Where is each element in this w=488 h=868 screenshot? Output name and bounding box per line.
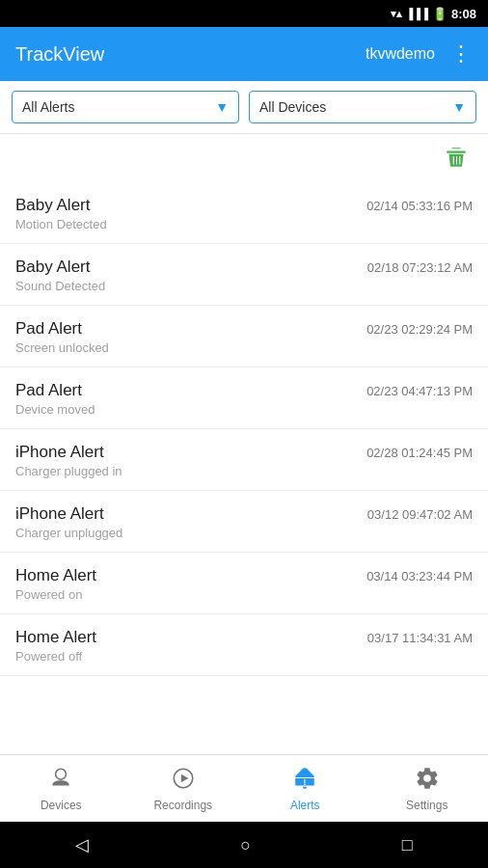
recordings-nav-icon	[171, 766, 196, 795]
alert-subtitle: Sound Detected	[15, 279, 473, 293]
settings-nav-label: Settings	[406, 799, 447, 812]
alerts-nav-label: Alerts	[290, 799, 320, 812]
username-display: tkvwdemo	[366, 45, 435, 63]
alert-subtitle: Powered on	[15, 587, 473, 602]
alert-title: Home Alert	[15, 628, 96, 647]
alerts-nav-icon: !	[292, 766, 317, 795]
svg-point-0	[56, 769, 67, 779]
alert-list: Baby Alert 02/14 05:33:16 PM Motion Dete…	[0, 182, 488, 754]
alert-subtitle: Device moved	[15, 402, 473, 417]
alert-list-item[interactable]: Baby Alert 02/14 05:33:16 PM Motion Dete…	[0, 182, 488, 244]
alert-title: Home Alert	[15, 566, 96, 585]
alert-list-item[interactable]: Home Alert 03/14 03:23:44 PM Powered on	[0, 553, 488, 614]
alert-date: 02/28 01:24:45 PM	[366, 446, 473, 460]
devices-filter-chevron: ▼	[452, 99, 466, 115]
alert-subtitle: Motion Detected	[15, 217, 473, 231]
settings-nav-icon	[415, 766, 440, 795]
delete-button[interactable]	[440, 140, 473, 180]
alert-date: 03/17 11:34:31 AM	[367, 631, 473, 645]
bottom-nav: Devices Recordings ! Alerts Settings	[0, 754, 488, 822]
nav-item-settings[interactable]: Settings	[366, 755, 489, 822]
alert-date: 02/14 05:33:16 PM	[366, 199, 473, 213]
alert-date: 02/18 07:23:12 AM	[367, 260, 473, 275]
alert-title: Baby Alert	[15, 196, 91, 215]
app-bar: TrackView tkvwdemo ⋮	[0, 27, 488, 81]
alert-item-header: Baby Alert 02/14 05:33:16 PM	[15, 196, 473, 215]
alert-item-header: Home Alert 03/17 11:34:31 AM	[15, 628, 473, 647]
devices-filter-dropdown[interactable]: All Devices ▼	[249, 91, 476, 123]
system-nav-bar: ◁ ○ □	[0, 822, 488, 868]
filter-row: All Alerts ▼ All Devices ▼	[0, 81, 488, 134]
alert-subtitle: Charger plugged in	[15, 464, 473, 478]
alert-date: 03/12 09:47:02 AM	[367, 507, 473, 522]
more-options-button[interactable]: ⋮	[450, 41, 473, 67]
alert-item-header: iPhone Alert 02/28 01:24:45 PM	[15, 443, 473, 462]
alert-item-header: Baby Alert 02/18 07:23:12 AM	[15, 258, 473, 277]
alert-title: iPhone Alert	[15, 504, 104, 524]
back-button[interactable]: ◁	[75, 834, 89, 855]
alert-subtitle: Screen unlocked	[15, 340, 473, 355]
alert-title: Pad Alert	[15, 319, 82, 339]
alert-date: 03/14 03:23:44 PM	[366, 569, 473, 583]
signal-icon: ▐▐▐	[406, 8, 428, 19]
alert-list-item[interactable]: iPhone Alert 02/28 01:24:45 PM Charger p…	[0, 429, 488, 491]
alert-subtitle: Powered off	[15, 649, 473, 664]
svg-text:!: !	[304, 776, 307, 786]
alert-list-item[interactable]: Home Alert 03/17 11:34:31 AM Powered off	[0, 614, 488, 676]
alert-item-header: Pad Alert 02/23 04:47:13 PM	[15, 381, 473, 400]
alerts-filter-chevron: ▼	[215, 99, 229, 115]
alert-list-item[interactable]: Pad Alert 02/23 04:47:13 PM Device moved	[0, 367, 488, 429]
alert-item-header: Pad Alert 02/23 02:29:24 PM	[15, 319, 473, 339]
alert-list-item[interactable]: iPhone Alert 03/12 09:47:02 AM Charger u…	[0, 491, 488, 553]
alert-list-item[interactable]: Pad Alert 02/23 02:29:24 PM Screen unloc…	[0, 306, 488, 367]
battery-icon: 🔋	[432, 7, 447, 21]
wifi-icon: ▾▴	[391, 8, 402, 20]
alert-item-header: Home Alert 03/14 03:23:44 PM	[15, 566, 473, 585]
status-bar: ▾▴ ▐▐▐ 🔋 8:08	[0, 0, 488, 27]
app-title: TrackView	[15, 43, 366, 66]
alert-date: 02/23 04:47:13 PM	[366, 384, 473, 398]
devices-nav-label: Devices	[41, 799, 82, 812]
alert-list-item[interactable]: Baby Alert 02/18 07:23:12 AM Sound Detec…	[0, 244, 488, 306]
alert-date: 02/23 02:29:24 PM	[366, 322, 473, 337]
nav-item-alerts[interactable]: ! Alerts	[244, 755, 366, 822]
devices-filter-label: All Devices	[259, 99, 326, 115]
alert-item-header: iPhone Alert 03/12 09:47:02 AM	[15, 504, 473, 524]
recents-button[interactable]: □	[402, 835, 413, 855]
devices-nav-icon	[48, 766, 73, 795]
alert-title: iPhone Alert	[15, 443, 104, 462]
home-button[interactable]: ○	[240, 835, 251, 855]
nav-item-devices[interactable]: Devices	[0, 755, 122, 822]
svg-marker-2	[181, 773, 189, 782]
alert-title: Baby Alert	[15, 258, 91, 277]
alerts-filter-dropdown[interactable]: All Alerts ▼	[12, 91, 239, 123]
nav-item-recordings[interactable]: Recordings	[122, 755, 245, 822]
toolbar	[0, 134, 488, 182]
alerts-filter-label: All Alerts	[22, 99, 74, 115]
svg-point-4	[424, 774, 431, 781]
trash-icon	[444, 144, 469, 171]
recordings-nav-label: Recordings	[153, 799, 212, 812]
time-display: 8:08	[451, 7, 476, 21]
alert-title: Pad Alert	[15, 381, 82, 400]
alert-subtitle: Charger unplugged	[15, 526, 473, 540]
